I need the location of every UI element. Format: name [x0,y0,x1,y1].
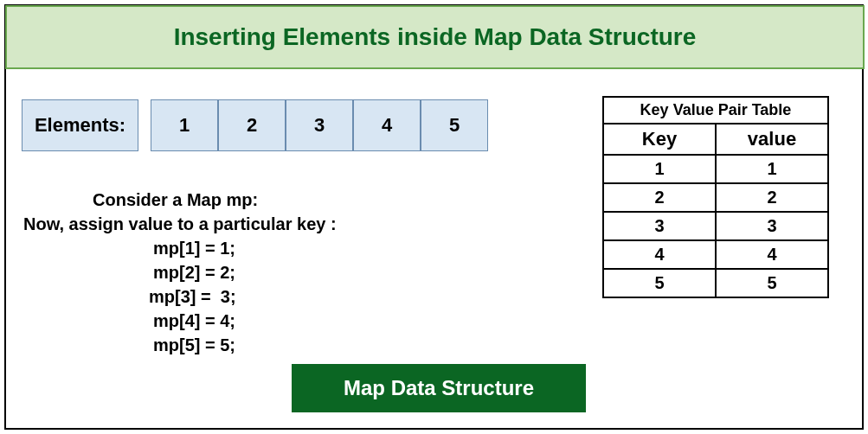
table-row: 2 2 [603,183,828,212]
table-caption: Key Value Pair Table [602,96,829,123]
cell-key: 2 [603,183,716,212]
cell-value: 4 [716,240,828,269]
table-row: 4 4 [603,240,828,269]
table-row: 3 3 [603,212,828,240]
page-title: Inserting Elements inside Map Data Struc… [174,23,697,51]
element-cell: 2 [218,99,286,151]
code-line: Now, assign value to a particular key : [23,212,456,236]
cell-key: 5 [603,269,716,297]
cell-value: 2 [716,183,828,212]
table-header-row: Key value [603,124,828,155]
code-line: mp[3] = 3; [23,284,456,309]
code-line: mp[1] = 1; [23,236,456,260]
table-row: 1 1 [603,155,828,183]
diagram-frame: Inserting Elements inside Map Data Struc… [4,4,864,430]
cell-value: 5 [716,269,828,297]
footer-box: Map Data Structure [292,364,586,412]
element-cell: 5 [421,99,488,151]
title-bar: Inserting Elements inside Map Data Struc… [5,5,865,69]
element-cell: 4 [353,99,421,151]
elements-cells: 1 2 3 4 5 [151,99,488,151]
elements-row: Elements: 1 2 3 4 5 [22,99,488,151]
key-value-table: Key Value Pair Table Key value 1 1 2 2 3… [602,96,829,298]
elements-label: Elements: [22,99,138,151]
table-header-value: value [716,124,828,155]
element-cell: 3 [286,99,353,151]
code-line: mp[2] = 2; [23,260,456,284]
code-line: mp[5] = 5; [23,333,456,357]
code-block: Consider a Map mp: Now, assign value to … [23,188,456,357]
cell-key: 4 [603,240,716,269]
table-header-key: Key [603,124,716,155]
cell-value: 1 [716,155,828,183]
footer-label: Map Data Structure [344,376,534,400]
code-line: Consider a Map mp: [23,188,456,212]
cell-key: 3 [603,212,716,240]
element-cell: 1 [151,99,218,151]
cell-value: 3 [716,212,828,240]
cell-key: 1 [603,155,716,183]
code-line: mp[4] = 4; [23,309,456,333]
table-row: 5 5 [603,269,828,297]
